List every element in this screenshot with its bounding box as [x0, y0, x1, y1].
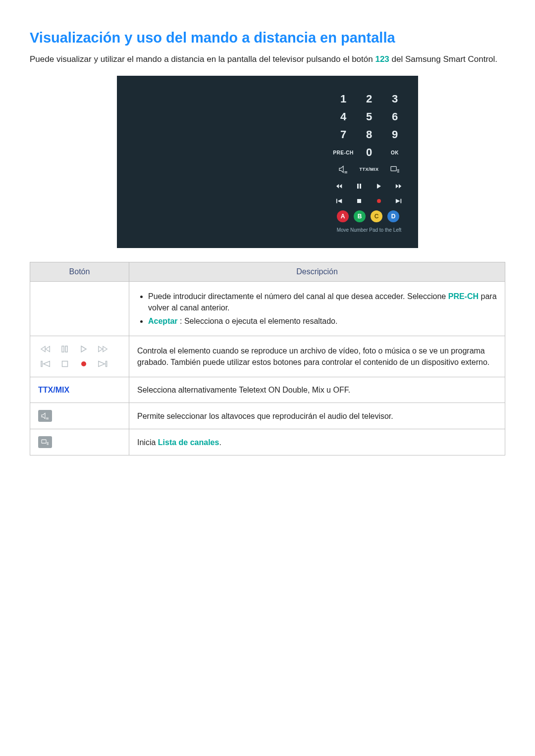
cell-playback-button — [30, 336, 129, 377]
num-5[interactable]: 5 — [358, 108, 380, 125]
svg-marker-25 — [103, 347, 107, 352]
th-boton: Botón — [30, 262, 129, 281]
svg-marker-24 — [99, 347, 103, 352]
svg-marker-30 — [99, 361, 105, 367]
rewind-outline-icon — [38, 343, 54, 355]
svg-rect-26 — [41, 361, 42, 367]
svg-marker-11 — [396, 184, 398, 189]
svg-marker-20 — [41, 347, 45, 352]
svg-marker-23 — [81, 346, 86, 352]
cell-chlist-button — [30, 429, 129, 455]
tv-screen: 1 2 3 4 5 6 7 8 9 PRE-CH 0 OK TTX/MIX — [117, 76, 418, 248]
num-7[interactable]: 7 — [332, 126, 355, 143]
num-8[interactable]: 8 — [358, 126, 380, 143]
num-1[interactable]: 1 — [332, 91, 355, 107]
rewind-icon[interactable] — [331, 181, 348, 192]
table-row: Permite seleccionar los altavoces que re… — [30, 403, 505, 429]
svg-marker-19 — [46, 347, 50, 352]
svg-rect-18 — [401, 199, 402, 203]
record-red-icon — [76, 358, 92, 370]
prech-button[interactable]: PRE-CH — [332, 145, 355, 160]
cell-numpad-button — [30, 281, 129, 336]
button-description-table: Botón Descripción Puede introducir direc… — [30, 262, 505, 456]
color-a-button[interactable]: A — [337, 210, 349, 222]
text: . — [219, 438, 221, 447]
text: Puede introducir directamente el número … — [148, 292, 448, 301]
ttxmix-button[interactable]: TTX/MIX — [358, 162, 380, 177]
remote-number-pad: 1 2 3 4 5 6 7 8 9 PRE-CH 0 OK TTX/MIX — [329, 91, 409, 233]
color-b-button[interactable]: B — [354, 210, 366, 222]
stop-outline-icon — [57, 358, 73, 370]
svg-rect-2 — [391, 166, 396, 171]
channel-list-icon[interactable] — [383, 162, 406, 177]
intro-paragraph: Puede visualizar y utilizar el mando a d… — [30, 53, 505, 66]
desc-speakers: Permite seleccionar los altavoces que re… — [129, 403, 505, 429]
play-outline-icon — [76, 343, 92, 355]
text: : Selecciona o ejecuta el elemento resal… — [178, 317, 338, 325]
num-4[interactable]: 4 — [332, 108, 355, 125]
page-title: Visualización y uso del mando a distanci… — [30, 30, 505, 46]
num-6[interactable]: 6 — [383, 108, 406, 125]
cell-ttxmix-button: TTX/MIX — [30, 377, 129, 403]
tv-screenshot: 1 2 3 4 5 6 7 8 9 PRE-CH 0 OK TTX/MIX — [30, 76, 505, 248]
table-row: Inicia Lista de canales. — [30, 429, 505, 455]
desc-playback: Controla el elemento cuando se reproduce… — [129, 336, 505, 377]
desc-ttxmix: Selecciona alternativamente Teletext ON … — [129, 377, 505, 403]
num-0[interactable]: 0 — [358, 145, 380, 160]
svg-point-29 — [81, 361, 86, 366]
ok-button[interactable]: OK — [383, 145, 406, 160]
svg-rect-28 — [62, 361, 68, 367]
desc-chlist: Inicia Lista de canales. — [129, 429, 505, 455]
play-icon[interactable] — [371, 181, 387, 192]
skip-back-outline-icon — [38, 358, 54, 370]
svg-marker-7 — [336, 184, 339, 189]
skip-back-icon[interactable] — [331, 196, 348, 206]
svg-marker-12 — [399, 184, 401, 189]
kw-prech: PRE-CH — [448, 292, 479, 301]
svg-rect-21 — [62, 346, 64, 352]
hint-text: Move Number Pad to the Left — [329, 227, 409, 233]
svg-rect-9 — [360, 184, 361, 189]
table-row: TTX/MIX Selecciona alternativamente Tele… — [30, 377, 505, 403]
speakers-icon[interactable] — [332, 162, 355, 177]
svg-rect-22 — [65, 346, 67, 352]
table-row: Controla el elemento cuando se reproduce… — [30, 336, 505, 377]
svg-marker-17 — [396, 199, 400, 203]
skip-forward-icon[interactable] — [390, 196, 407, 206]
color-c-button[interactable]: C — [371, 210, 382, 222]
svg-rect-13 — [336, 199, 337, 203]
ttxmix-label: TTX/MIX — [38, 386, 69, 394]
svg-marker-6 — [339, 184, 342, 189]
channel-list-button-icon — [38, 436, 52, 448]
speakers-button-icon — [38, 410, 52, 422]
svg-marker-27 — [44, 361, 50, 367]
intro-pre: Puede visualizar y utilizar el mando a d… — [30, 54, 375, 64]
fast-forward-icon[interactable] — [390, 181, 407, 192]
record-icon[interactable] — [371, 196, 387, 206]
svg-marker-14 — [338, 199, 342, 203]
kw-123: 123 — [375, 54, 389, 64]
kw-lista-canales: Lista de canales — [158, 438, 219, 447]
pause-icon[interactable] — [351, 181, 368, 192]
kw-aceptar: Aceptar — [148, 317, 178, 325]
svg-rect-8 — [357, 184, 359, 189]
table-row: Puede introducir directamente el número … — [30, 281, 505, 336]
fast-forward-outline-icon — [95, 343, 110, 355]
color-d-button[interactable]: D — [387, 210, 399, 222]
svg-point-16 — [377, 199, 381, 203]
desc-numpad-li2: Aceptar : Selecciona o ejecuta el elemen… — [148, 315, 497, 327]
intro-post: del Samsung Smart Control. — [389, 54, 497, 64]
svg-rect-34 — [42, 440, 46, 443]
svg-rect-15 — [357, 199, 361, 203]
svg-marker-10 — [377, 184, 381, 189]
stop-icon[interactable] — [351, 196, 368, 206]
pause-outline-icon — [57, 343, 73, 355]
num-2[interactable]: 2 — [358, 91, 380, 107]
text: Inicia — [137, 438, 158, 447]
skip-forward-outline-icon — [95, 358, 110, 370]
num-9[interactable]: 9 — [383, 126, 406, 143]
cell-speakers-button — [30, 403, 129, 429]
th-desc: Descripción — [129, 262, 505, 281]
desc-numpad-li1: Puede introducir directamente el número … — [148, 291, 497, 313]
num-3[interactable]: 3 — [383, 91, 406, 107]
